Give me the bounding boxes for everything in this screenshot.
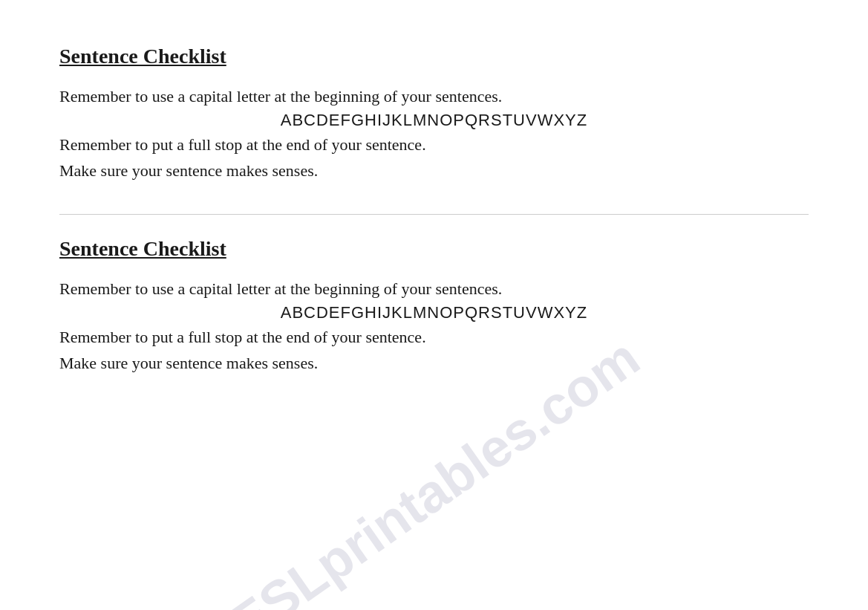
section-1-alphabet: ABCDEFGHIJKLMNOPQRSTUVWXYZ bbox=[59, 111, 809, 130]
section-2-line3: Make sure your sentence makes senses. bbox=[59, 350, 809, 376]
page: Sentence Checklist Remember to use a cap… bbox=[0, 0, 868, 610]
section-2-line1: Remember to use a capital letter at the … bbox=[59, 276, 809, 302]
section-1-line3: Make sure your sentence makes senses. bbox=[59, 158, 809, 184]
section-2-alphabet: ABCDEFGHIJKLMNOPQRSTUVWXYZ bbox=[59, 303, 809, 322]
section-1: Sentence Checklist Remember to use a cap… bbox=[59, 45, 809, 184]
section-1-line2: Remember to put a full stop at the end o… bbox=[59, 132, 809, 158]
section-1-line1: Remember to use a capital letter at the … bbox=[59, 83, 809, 109]
section-divider bbox=[59, 214, 809, 215]
section-2: Sentence Checklist Remember to use a cap… bbox=[59, 237, 809, 377]
section-2-title: Sentence Checklist bbox=[59, 237, 809, 261]
section-1-title: Sentence Checklist bbox=[59, 45, 809, 68]
section-2-line2: Remember to put a full stop at the end o… bbox=[59, 324, 809, 350]
